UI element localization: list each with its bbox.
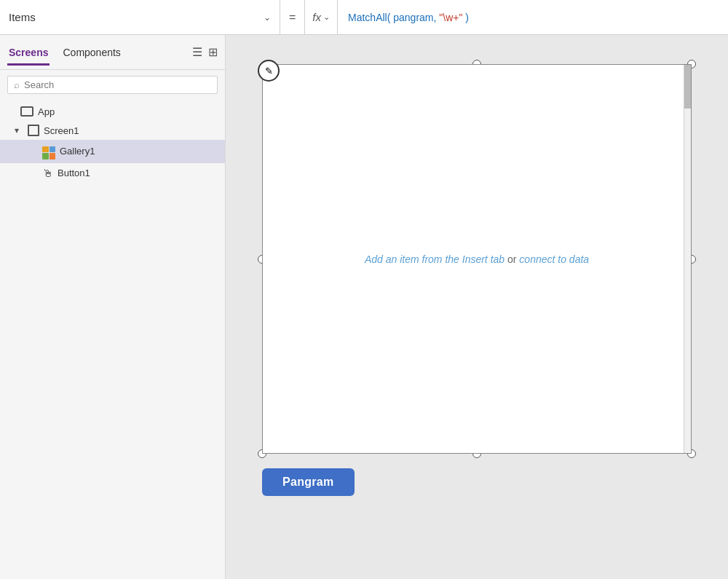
gallery1-label: Gallery1	[60, 146, 95, 157]
formula-bar: Items ⌄ = fx ⌄ MatchAll( pangram, "\w+" …	[0, 0, 728, 35]
gallery-border: Add an item from the Insert tab or conne…	[262, 64, 692, 454]
list-view-icon[interactable]: ☰	[192, 45, 202, 59]
search-icon: ⌕	[14, 79, 20, 90]
gallery-scrollbar-thumb[interactable]	[684, 65, 691, 109]
formula-input[interactable]: MatchAll( pangram, "\w+" )	[338, 12, 728, 23]
tab-components[interactable]: Components	[61, 44, 122, 61]
button1-label: Button1	[58, 168, 90, 178]
gallery-placeholder-link: Add an item from the Insert tab	[365, 253, 505, 265]
tabs-icons: ☰ ⊞	[192, 45, 218, 59]
search-box[interactable]: ⌕	[7, 76, 218, 94]
gallery-placeholder-rest: connect to data	[519, 253, 589, 265]
edit-handle[interactable]: ✎	[258, 60, 280, 82]
tree-item-button1[interactable]: 🖱 Button1	[0, 163, 225, 183]
equals-separator: =	[280, 0, 305, 34]
screen1-label: Screen1	[44, 125, 79, 136]
search-input[interactable]	[24, 79, 211, 90]
screen-icon	[28, 125, 39, 136]
gallery-icon	[42, 143, 55, 159]
main-area: Screens Components ☰ ⊞ ⌕ App ▾ Scre	[0, 35, 728, 579]
property-name: Items	[9, 11, 258, 23]
app-label: App	[38, 106, 55, 117]
app-icon	[20, 106, 33, 117]
gallery-component[interactable]: ✎	[262, 64, 692, 454]
tab-screens[interactable]: Screens	[7, 44, 50, 61]
panel-tabs: Screens Components ☰ ⊞	[0, 35, 225, 70]
gallery-placeholder-or: or	[505, 253, 519, 265]
grid-view-icon[interactable]: ⊞	[208, 45, 218, 59]
gallery-placeholder: Add an item from the Insert tab or conne…	[365, 253, 589, 265]
gallery-scrollbar[interactable]	[684, 65, 691, 453]
canvas-area[interactable]: ✎	[226, 35, 728, 579]
expand-icon-screen1: ▾	[15, 125, 23, 135]
tree-item-app[interactable]: App	[0, 103, 225, 121]
fx-chevron-icon: ⌄	[323, 12, 330, 22]
chevron-down-icon: ⌄	[264, 12, 271, 23]
pangram-button[interactable]: Pangram	[262, 468, 355, 496]
component-tree: App ▾ Screen1 Gallery1	[0, 100, 225, 579]
fx-button[interactable]: fx ⌄	[305, 0, 338, 34]
left-panel: Screens Components ☰ ⊞ ⌕ App ▾ Scre	[0, 35, 226, 579]
button-icon: 🖱	[42, 167, 53, 179]
canvas-content: ✎	[262, 64, 692, 496]
fx-label: fx	[312, 11, 321, 23]
tree-item-screen1[interactable]: ▾ Screen1	[0, 121, 225, 140]
tree-item-gallery1[interactable]: Gallery1	[0, 140, 225, 163]
name-selector[interactable]: Items ⌄	[0, 0, 280, 34]
formula-text: MatchAll( pangram, "\w+" )	[348, 12, 469, 23]
